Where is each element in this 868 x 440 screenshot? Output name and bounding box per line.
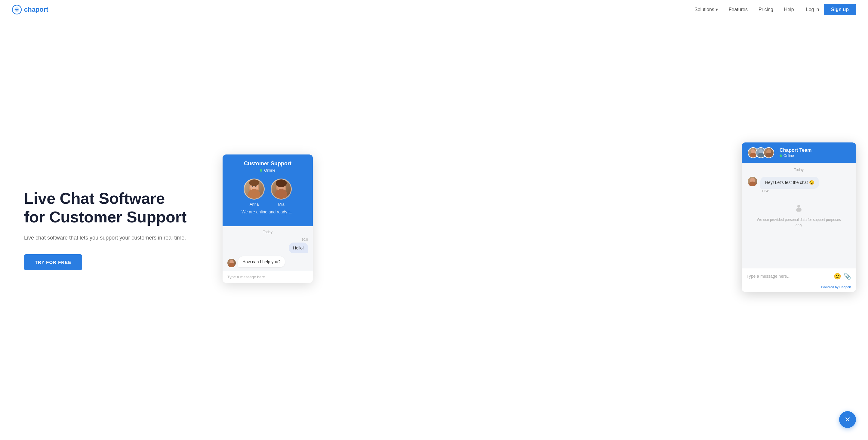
agent-anna-wrap: Anna <box>244 178 265 206</box>
widget-left-today: Today <box>227 230 308 234</box>
chat-bubble-time: 17:41 <box>762 189 819 193</box>
msg-hello: Hello! <box>289 242 308 253</box>
msg-help: How can I help you? <box>238 257 285 267</box>
msg-agent-avatar <box>227 259 236 267</box>
team-info: Chaport Team Online <box>780 147 811 158</box>
powered-brand: Chaport <box>839 285 851 289</box>
input-icons: 🙂 📎 <box>834 273 851 280</box>
attach-icon[interactable]: 📎 <box>844 273 851 280</box>
emoji-icon[interactable]: 🙂 <box>834 273 841 280</box>
widget-left: Customer Support Online <box>223 155 313 283</box>
navbar: chaport Solutions ▾ Features Pricing Hel… <box>0 0 868 19</box>
nav-actions: Log in Sign up <box>806 4 856 15</box>
nav-links: Solutions ▾ Features Pricing Help <box>694 7 794 12</box>
svg-point-23 <box>749 181 756 187</box>
team-online-dot <box>780 155 782 157</box>
try-for-free-button[interactable]: TRY FOR FREE <box>24 254 82 270</box>
chat-msg-row: Hey! Let's test the chat 😉 17:41 <box>748 177 850 193</box>
svg-point-24 <box>797 205 800 208</box>
logo[interactable]: chaport <box>12 5 49 14</box>
agent-mia-name: Mia <box>278 202 284 206</box>
signup-button[interactable]: Sign up <box>824 4 856 15</box>
powered-by: Powered by Chaport <box>742 284 856 292</box>
hero-content: Live Chat Software for Customer Support … <box>24 189 205 270</box>
agent-avatars: Anna <box>228 178 307 206</box>
msg-agent-row: How can I help you? <box>227 257 308 267</box>
widget-right-input-field[interactable]: Type a message here... <box>746 274 831 279</box>
widget-right-header: Chaport Team Online <box>742 142 856 163</box>
chevron-down-icon: ▾ <box>715 7 718 12</box>
agent-anna-name: Anna <box>250 202 259 206</box>
widget-left-messages: Today 10:0 Hello! How can I help you? <box>223 226 313 271</box>
svg-point-6 <box>255 186 256 187</box>
nav-pricing[interactable]: Pricing <box>758 7 773 12</box>
hero-title: Live Chat Software for Customer Support <box>24 189 205 227</box>
svg-point-5 <box>252 186 253 187</box>
team-name: Chaport Team <box>780 147 811 153</box>
chat-user-avatar <box>748 177 757 187</box>
svg-point-21 <box>766 153 772 158</box>
login-button[interactable]: Log in <box>806 7 819 12</box>
msg-time: 10:0 <box>227 238 308 241</box>
svg-point-15 <box>228 263 235 267</box>
nav-help[interactable]: Help <box>784 7 794 12</box>
widget-right-body: Today Hey! Let's test the chat 😉 17:41 <box>742 163 856 268</box>
privacy-icon <box>754 203 844 215</box>
svg-point-7 <box>249 179 259 186</box>
widget-right-input-area[interactable]: Type a message here... 🙂 📎 <box>742 268 856 284</box>
hero-section: Live Chat Software for Customer Support … <box>0 19 868 440</box>
hero-subtitle: Live chat software that lets you support… <box>24 234 205 242</box>
widget-right: Chaport Team Online Today <box>742 142 856 292</box>
logo-text: chaport <box>24 6 49 13</box>
widget-right-today: Today <box>748 168 850 172</box>
svg-point-25 <box>796 208 802 212</box>
hero-visual: Customer Support Online <box>223 142 844 317</box>
widget-left-header: Customer Support Online <box>223 155 313 226</box>
close-icon: ✕ <box>844 415 850 424</box>
chat-close-button[interactable]: ✕ <box>839 411 856 428</box>
team-avatars <box>748 147 774 158</box>
team-avatar-3 <box>763 147 774 158</box>
agent-mia-wrap: Mia <box>271 178 292 206</box>
team-online-status: Online <box>780 154 811 158</box>
agent-mia-avatar <box>271 178 292 200</box>
widget-left-input[interactable]: Type a message here... <box>223 271 313 283</box>
privacy-note: We use provided personal data for suppor… <box>748 197 850 234</box>
online-dot-icon <box>260 169 262 172</box>
widget-left-title: Customer Support <box>228 161 307 167</box>
svg-point-13 <box>276 179 287 187</box>
agent-anna-avatar <box>244 178 265 200</box>
nav-solutions[interactable]: Solutions ▾ <box>694 7 718 12</box>
nav-features[interactable]: Features <box>729 7 748 12</box>
widget-left-status: Online <box>228 168 307 172</box>
chat-bubble: Hey! Let's test the chat 😉 <box>760 177 819 189</box>
chat-bubble-wrap: Hey! Let's test the chat 😉 17:41 <box>760 177 819 193</box>
widget-left-ready-text: We are online and ready t… <box>228 209 307 220</box>
